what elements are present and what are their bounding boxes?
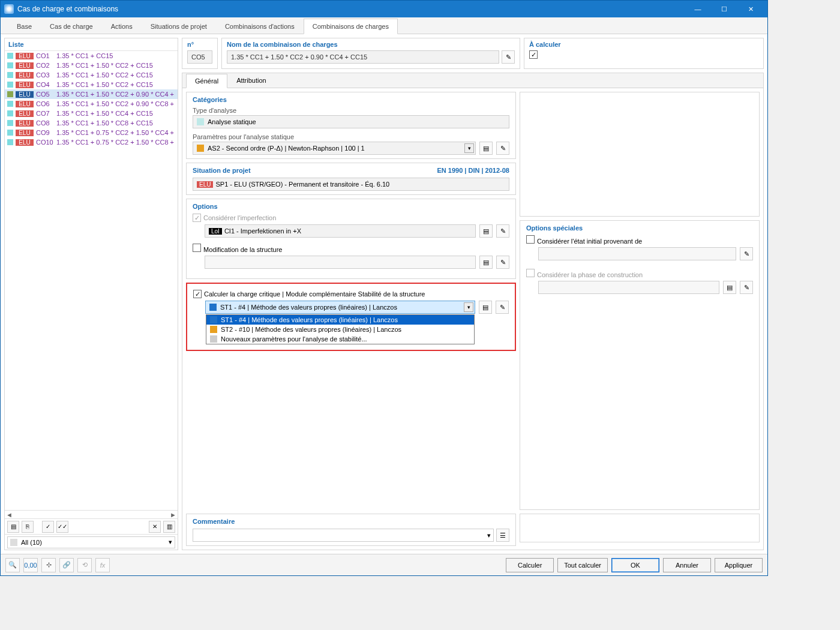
mod-edit-button[interactable]: ✎ [496, 256, 509, 269]
apply-button[interactable]: Appliquer [715, 558, 763, 572]
mod-new-button[interactable]: ▤ [479, 256, 493, 269]
footer: 🔍 0,00 ⊹ 🔗 ⟲ fx Calculer Tout calculer O… [1, 554, 767, 575]
calculate-button[interactable]: Calculer [506, 558, 554, 572]
chevron-down-icon[interactable]: ▾ [464, 143, 474, 153]
phase-label: Considérer la phase de construction [537, 271, 643, 278]
init-edit-button[interactable]: ✎ [740, 247, 753, 260]
critical-select[interactable]: ST1 - #4 | Méthode des valeurs propres (… [205, 301, 475, 314]
calculate-all-button[interactable]: Tout calculer [557, 558, 608, 572]
special-options-section: Options spéciales Considérer l'état init… [520, 220, 760, 510]
check-icon[interactable]: ✓ [42, 521, 54, 533]
type-label: Type d'analyse [193, 107, 509, 114]
params-label: Paramètres pour l'analyse statique [193, 133, 509, 140]
subtab-général[interactable]: Général [186, 74, 227, 88]
list-item-co10[interactable]: ELUCO101.35 * CC1 + 0.75 * CC2 + 1.50 * … [5, 137, 178, 147]
filter-select[interactable]: All (10) ▾ [7, 536, 175, 548]
list-item-co2[interactable]: ELUCO21.35 * CC1 + 1.50 * CC2 + CC15 [5, 61, 178, 70]
phase-field [538, 281, 719, 294]
combination-list[interactable]: ELUCO11.35 * CC1 + CC15ELUCO21.35 * CC1 … [5, 51, 178, 510]
main-tabstrip: BaseCas de chargeActionsSituations de pr… [1, 17, 767, 34]
edit-name-button[interactable]: ✎ [502, 50, 515, 64]
imperfection-checkbox [193, 214, 201, 222]
list-panel: Liste ELUCO11.35 * CC1 + CC15ELUCO21.35 … [4, 38, 178, 550]
list-item-co1[interactable]: ELUCO11.35 * CC1 + CC15 [5, 51, 178, 61]
columns-icon[interactable]: ▥ [163, 521, 175, 533]
search-icon[interactable]: 🔍 [5, 558, 20, 572]
subtabs: GénéralAttribution [182, 73, 763, 88]
tab-cas-de-charge[interactable]: Cas de charge [41, 19, 102, 34]
dropdown-item[interactable]: Nouveaux paramètres pour l'analyse de st… [206, 334, 474, 344]
list-item-co8[interactable]: ELUCO81.35 * CC1 + 1.50 * CC8 + CC15 [5, 118, 178, 128]
tab-combinaisons-d-actions[interactable]: Combinaisons d'actions [216, 19, 304, 34]
list-item-co6[interactable]: ELUCO61.35 * CC1 + 1.50 * CC2 + 0.90 * C… [5, 99, 178, 109]
minimize-button[interactable]: — [685, 1, 711, 17]
phase-edit-button[interactable]: ✎ [740, 281, 753, 294]
copy-icon[interactable]: ⎘ [22, 521, 34, 533]
params-new-button[interactable]: ▤ [479, 142, 493, 155]
imperf-new-button[interactable]: ▤ [479, 224, 493, 238]
tab-combinaisons-de-charges[interactable]: Combinaisons de charges [304, 19, 398, 34]
dropdown-item[interactable]: ST2 - #10 | Méthode des valeurs propres … [206, 325, 474, 334]
maximize-button[interactable]: ☐ [711, 1, 737, 17]
modification-checkbox[interactable] [193, 244, 201, 252]
name-group: Nom de la combinaison de charges 1.35 * … [221, 38, 520, 69]
list-item-co5[interactable]: ELUCO51.35 * CC1 + 1.50 * CC2 + 0.90 * C… [5, 89, 178, 99]
critical-checkbox[interactable] [193, 290, 202, 298]
critical-label: Calculer la charge critique | Module com… [204, 290, 425, 298]
units-icon[interactable]: 0,00 [23, 558, 38, 572]
tab-base[interactable]: Base [8, 19, 41, 34]
params-select[interactable]: AS2 - Second ordre (P-Δ) | Newton-Raphso… [193, 142, 476, 155]
imperf-edit-button[interactable]: ✎ [496, 224, 509, 238]
filter-label: All (10) [21, 539, 42, 546]
tree-icon[interactable]: ⊹ [41, 558, 56, 572]
initial-state-field [538, 247, 736, 260]
list-item-co3[interactable]: ELUCO31.35 * CC1 + 1.50 * CC2 + CC15 [5, 70, 178, 80]
name-field[interactable]: 1.35 * CC1 + 1.50 * CC2 + 0.90 * CC4 + C… [227, 50, 499, 64]
situation-section: Situation de projetEN 1990 | DIN | 2012-… [186, 163, 516, 195]
list-item-co4[interactable]: ELUCO41.35 * CC1 + 1.50 * CC2 + CC15 [5, 80, 178, 89]
number-group: n° CO5 [182, 38, 218, 69]
close-button[interactable]: ✕ [737, 1, 764, 17]
link-icon[interactable]: 🔗 [59, 558, 74, 572]
comment-section: Commentaire ▾ ☰ [186, 514, 516, 546]
subtab-attribution[interactable]: Attribution [227, 73, 275, 88]
crit-new-button[interactable]: ▤ [479, 301, 492, 314]
chevron-down-icon[interactable]: ▾ [464, 302, 473, 312]
type-field[interactable]: Analyse statique [193, 115, 509, 128]
name-label: Nom de la combinaison de charges [227, 41, 515, 48]
imperfection-label: Considérer l'imperfection [203, 214, 276, 221]
calc-checkbox[interactable] [529, 50, 538, 59]
list-item-co9[interactable]: ELUCO91.35 * CC1 + 0.75 * CC2 + 1.50 * C… [5, 128, 178, 137]
window-title: Cas de charge et combinaisons [17, 5, 685, 13]
phase-checkbox [526, 269, 535, 277]
delete-icon[interactable]: ✕ [149, 521, 161, 533]
new-icon[interactable]: ▤ [7, 521, 19, 533]
comment-pick-button[interactable]: ☰ [496, 529, 509, 542]
ok-button[interactable]: OK [611, 558, 659, 572]
hscrollbar[interactable]: ◄► [5, 510, 178, 518]
params-edit-button[interactable]: ✎ [496, 142, 509, 155]
options-section: Options Considérer l'imperfection LoICI1… [186, 199, 516, 279]
initial-state-checkbox[interactable] [526, 235, 535, 244]
cancel-button[interactable]: Annuler [663, 558, 711, 572]
tab-actions[interactable]: Actions [102, 19, 142, 34]
filter-row: All (10) ▾ [5, 534, 178, 550]
list-item-co7[interactable]: ELUCO71.35 * CC1 + 1.50 * CC4 + CC15 [5, 109, 178, 118]
critical-dropdown-list[interactable]: ST1 - #4 | Méthode des valeurs propres (… [206, 314, 475, 344]
calc-label: À calculer [529, 41, 758, 48]
number-field[interactable]: CO5 [187, 50, 212, 64]
check2-icon[interactable]: ✓✓ [56, 521, 68, 533]
sync-icon[interactable]: ⟲ [77, 558, 92, 572]
crit-edit-button[interactable]: ✎ [496, 301, 509, 314]
tab-situations-de-projet[interactable]: Situations de projet [142, 19, 216, 34]
list-toolbar: ▤ ⎘ ✓ ✓✓ ✕ ▥ [5, 518, 178, 534]
imperfection-field[interactable]: LoICI1 - Imperfektionen in +X [205, 224, 476, 238]
fx-icon[interactable]: fx [95, 558, 110, 572]
app-icon [4, 4, 14, 14]
phase-new-button[interactable]: ▤ [723, 281, 736, 294]
situation-field[interactable]: ELUSP1 - ELU (STR/GEO) - Permanent et tr… [193, 178, 509, 191]
dropdown-item[interactable]: ST1 - #4 | Méthode des valeurs propres (… [206, 315, 474, 325]
categories-section: Catégories Type d'analyse Analyse statiq… [186, 92, 516, 159]
list-header: Liste [5, 38, 178, 51]
comment-field[interactable]: ▾ [193, 529, 494, 542]
